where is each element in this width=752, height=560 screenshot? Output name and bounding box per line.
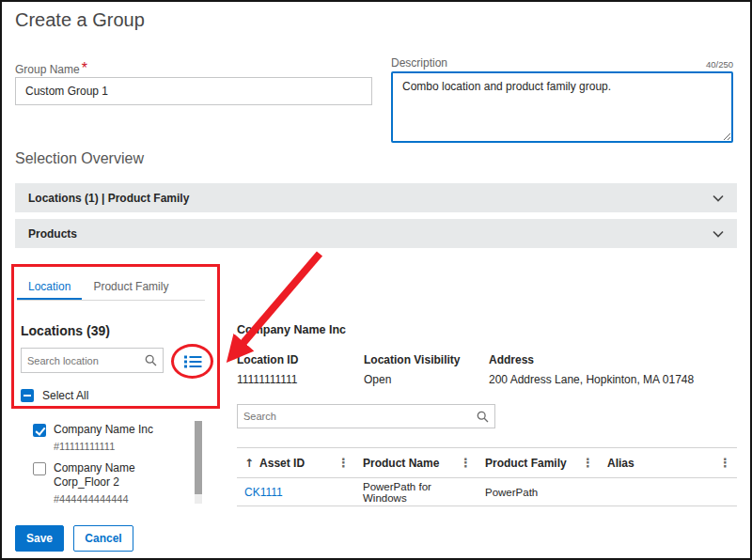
chevron-down-icon[interactable] <box>713 230 724 238</box>
column-header-alias[interactable]: Alias ⋮ <box>600 448 737 477</box>
create-group-page: Create a Group Group Name* Description 4… <box>0 0 752 560</box>
column-menu-icon[interactable]: ⋮ <box>582 456 594 470</box>
company-name: Company Name Inc <box>237 323 346 336</box>
product-name-cell: PowerPath for Windows <box>355 478 478 506</box>
asset-table: ↑ Asset ID ⋮ Product Name ⋮ Product Fami… <box>237 447 737 506</box>
asset-search <box>237 404 495 428</box>
location-visibility-label: Location Visibility <box>364 353 460 366</box>
group-name-label: Group Name* <box>15 60 87 77</box>
search-icon <box>145 354 157 366</box>
selector-tabs: Location Product Family <box>17 272 205 301</box>
accordion-locations-product-family[interactable]: Locations (1) | Product Family <box>15 183 737 212</box>
alias-cell <box>600 478 737 506</box>
group-name-input[interactable] <box>15 77 372 105</box>
table-header-row: ↑ Asset ID ⋮ Product Name ⋮ Product Fami… <box>237 447 737 478</box>
description-textarea[interactable]: Combo location and product family group. <box>391 71 733 143</box>
asset-id-link[interactable]: CK1111 <box>244 486 283 499</box>
column-header-asset-id[interactable]: ↑ Asset ID ⋮ <box>237 448 355 477</box>
asset-search-input[interactable] <box>238 411 477 422</box>
column-header-product-family[interactable]: Product Family ⋮ <box>478 448 600 477</box>
selection-overview-title: Selection Overview <box>15 150 144 167</box>
save-button[interactable]: Save <box>15 525 64 552</box>
sort-ascending-icon[interactable]: ↑ <box>244 457 254 470</box>
checked-checkbox-icon[interactable] <box>33 424 46 437</box>
location-visibility-value: Open <box>364 373 391 386</box>
description-label: Description <box>391 56 447 70</box>
page-title: Create a Group <box>15 9 145 31</box>
column-menu-icon[interactable]: ⋮ <box>719 456 731 470</box>
location-id-value: 11111111111 <box>237 373 298 386</box>
address-label: Address <box>489 353 534 366</box>
location-list: Company Name Inc #11111111111 Company Na… <box>17 419 194 504</box>
char-counter: 40/250 <box>706 59 733 70</box>
location-search <box>21 348 164 373</box>
list-item[interactable]: Company Name Inc #11111111111 <box>17 419 194 458</box>
search-icon <box>477 411 489 423</box>
accordion-products[interactable]: Products <box>15 219 737 248</box>
list-view-icon <box>183 354 202 369</box>
unchecked-checkbox-icon[interactable] <box>33 462 46 475</box>
list-view-button[interactable] <box>180 351 205 372</box>
location-search-input[interactable] <box>22 355 145 366</box>
description-header: Description 40/250 <box>391 56 733 70</box>
column-menu-icon[interactable]: ⋮ <box>337 456 350 470</box>
chevron-down-icon[interactable] <box>713 194 724 202</box>
indeterminate-checkbox-icon[interactable] <box>21 389 34 402</box>
tab-product-family[interactable]: Product Family <box>82 272 180 300</box>
location-id-label: Location ID <box>237 353 298 366</box>
product-family-cell: PowerPath <box>478 478 600 506</box>
list-item[interactable]: Company Name Corp_Floor 2 #444444444444 <box>17 458 194 504</box>
table-row: CK1111 PowerPath for Windows PowerPath <box>237 478 737 506</box>
list-scrollbar[interactable] <box>195 421 202 504</box>
address-value: 200 Address Lane, Hopkinton, MA 01748 <box>489 373 694 386</box>
cancel-button[interactable]: Cancel <box>73 525 133 552</box>
column-menu-icon[interactable]: ⋮ <box>460 456 472 470</box>
select-all-checkbox[interactable]: Select All <box>21 389 88 402</box>
scrollbar-thumb[interactable] <box>195 421 202 494</box>
column-header-product-name[interactable]: Product Name ⋮ <box>355 448 478 477</box>
locations-heading: Locations (39) <box>21 323 110 338</box>
tab-location[interactable]: Location <box>17 272 82 300</box>
required-asterisk: * <box>82 60 87 76</box>
